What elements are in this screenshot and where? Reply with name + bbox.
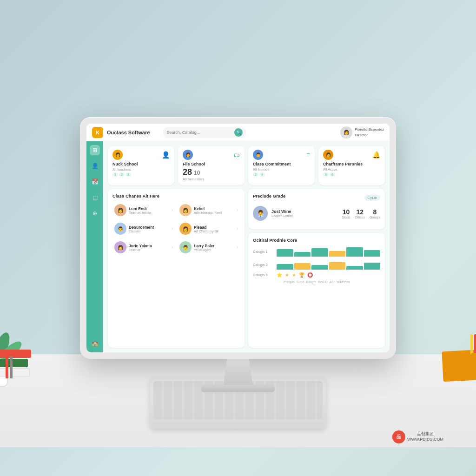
footer-label-1: Subrt (297, 280, 304, 284)
arrow-1: › (237, 208, 238, 212)
person-name-2: Beourcement (129, 225, 169, 230)
person-role-3: Art Champmy Bit (194, 230, 234, 233)
app-title: Ouclass Software (107, 130, 150, 135)
person-role-4: Teacher (129, 248, 169, 251)
person-name-5: Larry Paler (194, 244, 234, 248)
monitor: K Ouclass Software 🔍 👩 Fioretto Espentoz… (80, 117, 396, 359)
watermark: 品 品创集团 WWW.PBIDS.COM (392, 430, 443, 443)
app-logo: K (92, 127, 103, 138)
grade-stat-label-1: Offices (355, 216, 365, 219)
stat-avatar-1: 👩 (112, 150, 123, 160)
sidebar-item-schedule[interactable]: 📅 (90, 177, 100, 187)
search-bar[interactable]: 🔍 (163, 127, 246, 138)
watermark-company: 品创集团 (407, 431, 443, 437)
grade-stat-1: 12 Offices (355, 208, 365, 219)
grade-stat-num-2: 8 (370, 208, 380, 216)
chart-bar-0-5 (364, 250, 381, 257)
chart-label-2: Catogis 3 (253, 273, 274, 277)
pens (6, 355, 13, 378)
grade-stat-2: 8 Groups (370, 208, 380, 219)
person-avatar-3: 👩 (179, 223, 192, 235)
person-role-0: Teacher, Artiste (129, 211, 169, 214)
trophy-icon-2: 🏆 (299, 272, 304, 278)
class-item-1[interactable]: 👩 Ketiel Administrator, Koell › (178, 202, 240, 218)
person-role-1: Administrator, Koell (194, 211, 234, 214)
grade-stat-label-0: Studs (342, 216, 350, 219)
user-info: Fioretto Espentoz Director (355, 127, 384, 137)
person-info-5: Larry Paler YeRo Bgam (194, 244, 234, 251)
person-avatar-0: 👩 (114, 204, 126, 216)
chart-label-0: Catogis 1 (253, 250, 274, 254)
stat-nums-2: 28 10 (183, 167, 240, 177)
arrow-0: › (172, 208, 173, 212)
person-role-5: YeRo Bgam (194, 248, 234, 251)
stat-icon-3: ≡ (306, 151, 310, 159)
chart-bar-0-0 (277, 249, 293, 257)
sidebar-item-dashboard[interactable]: ⊞ (90, 145, 100, 155)
star-icon-2: ★ (292, 272, 296, 278)
stat-card-file-school: 👩 🗂 File School 28 10 All Semesters (178, 146, 245, 185)
header-user: 👩 Fioretto Espentoz Director (340, 126, 384, 139)
sidebar-item-students[interactable]: 👤 (90, 161, 100, 171)
chart-bar-1-2 (311, 265, 328, 270)
class-item-5[interactable]: 👨 Larry Paler YeRo Bgam › (178, 239, 240, 255)
stat-num-big-2: 28 (183, 167, 192, 177)
stat-card-new-school: 👩 👤 Nuck School All teachers 1 2 3 (108, 146, 174, 185)
person-info-4: Juric Yaimta Teacher (129, 244, 169, 251)
sidebar-item-settings[interactable]: ⊕ (90, 208, 100, 218)
chart-bar-1-5 (364, 263, 381, 270)
preclude-grade-panel: Preclude Grade CyLib 👨‍💼 Just Wine Boute… (248, 189, 385, 229)
view-all-button[interactable]: CyLib (364, 195, 380, 201)
stat-card-class-commitment: 👨 ≡ Class Commitment All Memos 2 4 (248, 146, 315, 185)
stat-icon-4: 🔔 (372, 151, 380, 159)
search-input[interactable] (166, 130, 232, 135)
class-item-3[interactable]: 👩 Pleaad Art Champmy Bit › (178, 221, 240, 237)
grade-stat-num-0: 10 (342, 208, 350, 216)
person-avatar-1: 👩 (179, 204, 192, 216)
person-name-0: Lom Endi (129, 206, 169, 211)
chart-bar-0-1 (294, 252, 311, 257)
class-item-2[interactable]: 👨 Beourcement Classrm › (112, 221, 175, 237)
stat-badges-1: 1 2 3 (112, 172, 170, 177)
grade-person: 👨‍💼 Just Wine Bouten Doors 10 Studs (253, 206, 380, 221)
stat-badges-3: 2 4 (253, 172, 310, 177)
stat-avatar-3: 👨 (253, 150, 263, 160)
footer-label-5: YokPerm (337, 280, 350, 284)
stat-avatar-2: 👩 (183, 150, 193, 160)
stat-badge-1c: 3 (126, 172, 131, 177)
search-button[interactable]: 🔍 (234, 128, 243, 137)
person-info-3: Pleaad Art Champmy Bit (194, 225, 234, 233)
stat-icon-1: 👤 (162, 151, 170, 159)
chart-row-0: Catogis 1 (253, 246, 380, 257)
person-avatar-2: 👨 (114, 223, 126, 235)
star-icon: ★ (285, 272, 289, 278)
stat-title-4: Chatframe Peronies (323, 162, 380, 166)
stat-icon-2: 🗂 (233, 151, 240, 159)
person-info-2: Beourcement Classrm (129, 225, 169, 233)
chart-bar-0-4 (346, 247, 363, 257)
grade-stat-0: 10 Studs (342, 208, 350, 219)
grade-stat-num-1: 12 (355, 208, 365, 216)
person-avatar-5: 👨 (179, 241, 192, 253)
user-name: Fioretto Espentoz (355, 127, 384, 132)
class-changes-title: Class Chanes Alt Here (112, 193, 240, 198)
pencil-holder (470, 353, 476, 378)
person-name-4: Juric Yaimta (129, 244, 169, 248)
sidebar-item-grades[interactable]: ◫ (90, 192, 100, 203)
person-info-0: Lom Endi Teacher, Artiste (129, 206, 169, 214)
class-changes-panel: Class Chanes Alt Here 👩 Lom Endi Teacher… (108, 189, 245, 348)
person-avatar-4: 👩 (114, 241, 126, 253)
overall-grade-title: Ocitiral Prodnle Core (253, 238, 380, 243)
stat-sub-4: All Active (323, 167, 380, 172)
watermark-text: 品创集团 WWW.PBIDS.COM (407, 431, 443, 442)
sidebar-item-school[interactable]: 🏫 (90, 338, 100, 349)
chart-icons-row: ⭐ ★ ★ 🏆 ⭕ (277, 272, 380, 278)
class-item-0[interactable]: 👩 Lom Endi Teacher, Artiste › (112, 202, 175, 218)
class-item-4[interactable]: 👩 Juric Yaimta Teacher › (112, 239, 175, 255)
preclude-title: Preclude Grade (253, 193, 285, 198)
stat-badge-3a: 2 (253, 172, 258, 177)
watermark-logo: 品 品创集团 WWW.PBIDS.COM (392, 430, 443, 443)
arrow-4: › (172, 245, 173, 250)
grade-person-info: Just Wine Bouten Doors (271, 209, 293, 218)
chart-bar-1-3 (329, 262, 346, 270)
